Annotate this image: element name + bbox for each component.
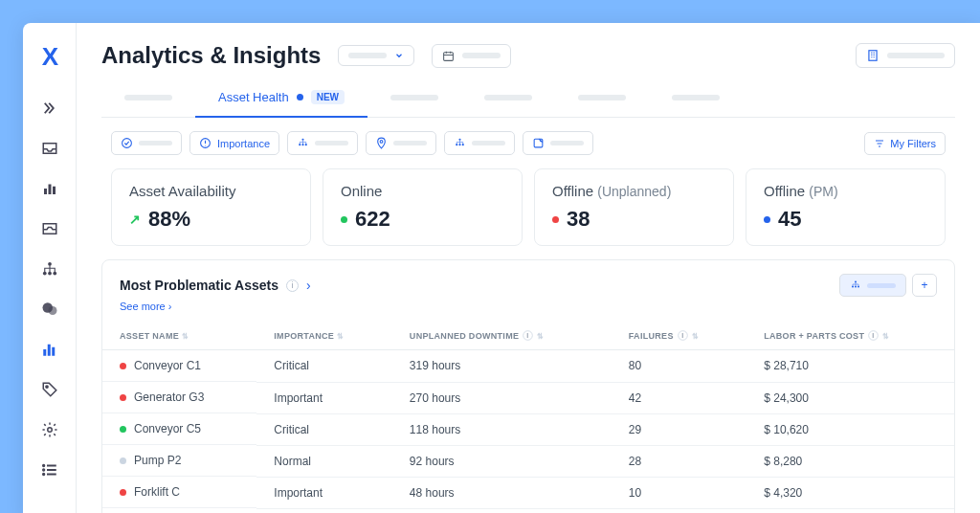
svg-point-26 xyxy=(458,139,460,141)
add-button[interactable]: + xyxy=(912,274,937,297)
section-title: Most Problematic Assets xyxy=(120,278,278,293)
sidebar: X xyxy=(23,23,77,513)
group-by-button[interactable] xyxy=(839,274,906,297)
importance-cell: Important xyxy=(256,477,392,508)
tab-item[interactable] xyxy=(649,78,743,117)
filter-chip[interactable] xyxy=(111,131,182,155)
svg-point-8 xyxy=(48,306,56,315)
kpi-label: Offline (Unplanned) xyxy=(552,183,716,199)
tab-item[interactable] xyxy=(101,78,195,117)
filter-chip[interactable] xyxy=(444,131,515,155)
svg-rect-10 xyxy=(47,345,50,356)
info-icon[interactable]: i xyxy=(286,279,299,292)
col-asset-name[interactable]: Asset Name⇅ xyxy=(102,322,256,350)
col-importance[interactable]: Importance⇅ xyxy=(256,322,392,350)
table-header-row: Asset Name⇅ Importance⇅ Unplanned Downti… xyxy=(102,322,954,350)
expand-icon[interactable] xyxy=(40,99,59,118)
downtime-cell: 92 hours xyxy=(392,445,612,477)
downtime-cell: 270 hours xyxy=(392,382,612,413)
kpi-availability[interactable]: Asset Availability ↗ 88% xyxy=(111,168,311,246)
svg-point-13 xyxy=(47,428,52,433)
location-selector[interactable] xyxy=(856,43,955,68)
inbox-icon[interactable] xyxy=(40,139,59,158)
cost-cell: $ 10,620 xyxy=(746,413,954,445)
cost-cell: $ 4,320 xyxy=(746,477,954,508)
kpi-online[interactable]: Online 622 xyxy=(323,168,523,246)
kpi-label: Offline (PM) xyxy=(764,183,927,199)
svg-point-33 xyxy=(855,286,857,288)
filter-importance[interactable]: Importance xyxy=(189,131,279,155)
tab-item[interactable] xyxy=(368,78,461,117)
page-title: Analytics & Insights xyxy=(101,42,321,69)
col-cost[interactable]: Labor + Parts Cost i⇅ xyxy=(746,322,954,350)
downtime-cell: 48 hours xyxy=(392,477,612,508)
svg-point-32 xyxy=(852,286,854,288)
my-filters-button[interactable]: My Filters xyxy=(864,132,946,155)
svg-point-16 xyxy=(42,474,44,476)
tab-bar: Asset Health NEW xyxy=(101,78,955,118)
col-failures[interactable]: Failures i⇅ xyxy=(612,322,746,350)
filter-chip[interactable] xyxy=(366,131,436,155)
tab-item[interactable] xyxy=(461,78,555,117)
section-actions: + xyxy=(839,274,937,297)
logo: X xyxy=(42,42,56,72)
table-row[interactable]: Conveyor C5Critical118 hours29$ 10,620 xyxy=(102,413,954,445)
status-dot-icon xyxy=(120,457,126,464)
svg-point-22 xyxy=(299,144,301,145)
list-icon[interactable] xyxy=(40,460,59,480)
svg-point-3 xyxy=(48,262,52,266)
tab-asset-health[interactable]: Asset Health NEW xyxy=(195,78,368,118)
importance-cell: Normal xyxy=(256,445,392,477)
analytics-icon[interactable] xyxy=(40,340,59,359)
svg-point-19 xyxy=(122,139,132,148)
chart-icon[interactable] xyxy=(40,179,59,198)
hierarchy-icon[interactable] xyxy=(40,259,59,279)
table-row[interactable]: Mill M1Important47 hours15$ 4,230 xyxy=(102,508,954,513)
cost-cell: $ 24,300 xyxy=(746,382,954,413)
svg-point-27 xyxy=(456,144,457,145)
table-row[interactable]: Conveyor C1Critical319 hours80$ 28,710 xyxy=(102,350,954,383)
status-dot-icon xyxy=(120,394,126,401)
outbox-icon[interactable] xyxy=(40,219,59,238)
date-picker[interactable] xyxy=(432,44,511,68)
kpi-offline-pm[interactable]: Offline (PM) 45 xyxy=(746,168,946,246)
svg-point-21 xyxy=(301,139,303,141)
scope-dropdown[interactable] xyxy=(338,45,414,66)
table-row[interactable]: Generator G3Important270 hours42$ 24,300 xyxy=(102,382,954,413)
kpi-label: Asset Availability xyxy=(129,183,293,199)
col-downtime[interactable]: Unplanned Downtime i⇅ xyxy=(392,322,612,350)
kpi-value: 622 xyxy=(341,207,504,232)
svg-point-23 xyxy=(301,144,303,145)
kpi-value: ↗ 88% xyxy=(129,207,293,232)
svg-point-15 xyxy=(42,469,44,471)
svg-point-29 xyxy=(462,144,464,145)
chevron-right-icon[interactable]: › xyxy=(306,278,311,293)
tab-item[interactable] xyxy=(555,78,649,117)
app-frame: X Analytics xyxy=(23,23,980,513)
chat-icon[interactable] xyxy=(40,300,59,319)
table-row[interactable]: Pump P2Normal92 hours28$ 8,280 xyxy=(102,445,954,477)
svg-point-5 xyxy=(48,272,52,276)
svg-rect-18 xyxy=(869,51,877,61)
svg-rect-2 xyxy=(53,187,56,194)
failures-cell: 29 xyxy=(612,413,746,445)
failures-cell: 10 xyxy=(612,477,746,508)
tag-icon[interactable] xyxy=(40,380,59,399)
main-content: Analytics & Insights Asset Health xyxy=(77,23,980,513)
table-row[interactable]: Forklift CImportant48 hours10$ 4,320 xyxy=(102,477,954,508)
svg-point-25 xyxy=(380,141,383,144)
kpi-label: Online xyxy=(341,183,504,199)
svg-point-31 xyxy=(855,281,857,283)
see-more-link[interactable]: See more › xyxy=(102,297,954,322)
filter-chip[interactable] xyxy=(523,131,593,155)
failures-cell: 28 xyxy=(612,445,746,477)
status-dot-icon xyxy=(341,216,347,223)
svg-point-24 xyxy=(305,144,307,145)
asset-name: Pump P2 xyxy=(134,454,181,467)
filter-chip[interactable] xyxy=(287,131,358,155)
svg-rect-9 xyxy=(43,349,46,356)
asset-name: Generator G3 xyxy=(134,390,204,404)
section-header: Most Problematic Assets i › + xyxy=(102,274,954,297)
settings-icon[interactable] xyxy=(40,420,59,439)
kpi-offline-unplanned[interactable]: Offline (Unplanned) 38 xyxy=(534,168,734,246)
